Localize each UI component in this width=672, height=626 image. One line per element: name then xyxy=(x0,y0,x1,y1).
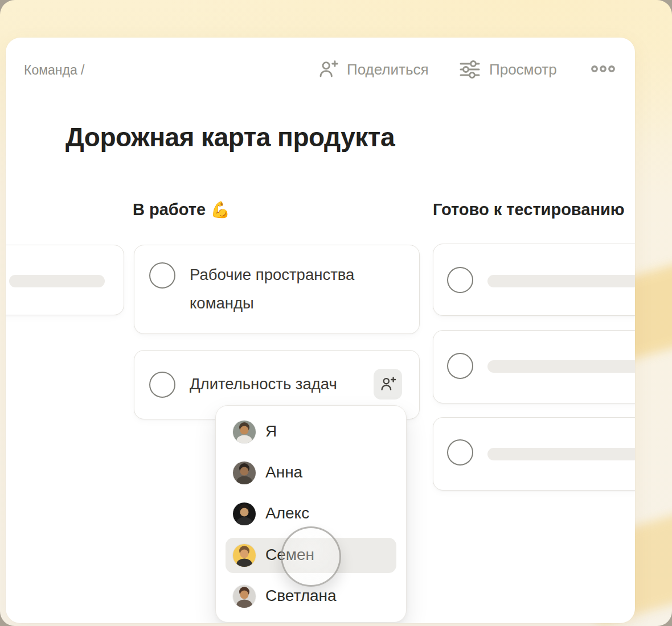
assignee-option-me[interactable]: Я xyxy=(216,414,406,450)
avatar xyxy=(233,462,256,484)
assign-person-button[interactable] xyxy=(374,369,402,400)
screenshot-background: Команда / Поделиться Просмотр Д xyxy=(0,0,672,626)
avatar xyxy=(233,503,256,525)
placeholder-text-bar xyxy=(9,275,105,287)
avatar xyxy=(233,421,256,443)
share-label: Поделиться xyxy=(347,61,429,79)
task-checkbox[interactable] xyxy=(149,262,175,289)
avatar xyxy=(233,544,256,567)
three-dots-icon xyxy=(590,64,616,74)
sliders-icon xyxy=(458,58,482,81)
assignee-dropdown: Я Анна Алекс xyxy=(215,405,407,623)
task-checkbox[interactable] xyxy=(149,372,175,398)
task-checkbox[interactable] xyxy=(447,267,473,293)
assignee-name: Анна xyxy=(265,463,302,481)
document-page: Команда / Поделиться Просмотр Д xyxy=(6,38,635,623)
column-header-in-progress: В работе 💪 xyxy=(133,200,230,219)
view-label: Просмотр xyxy=(489,61,557,79)
assignee-option-semen[interactable]: Семен xyxy=(216,538,406,573)
assignee-name: Алекс xyxy=(265,504,309,522)
assignee-name: Светлана xyxy=(265,587,337,605)
placeholder-text-bar xyxy=(487,448,635,460)
column-header-ready-for-testing: Готово к тестированию xyxy=(433,200,625,219)
assignee-name: Я xyxy=(265,422,277,440)
assignee-name: Семен xyxy=(265,546,314,564)
muscle-emoji: 💪 xyxy=(210,201,230,219)
view-settings-button[interactable]: Просмотр xyxy=(458,58,557,81)
page-title: Дорожная карта продукта xyxy=(65,122,395,153)
breadcrumb[interactable]: Команда / xyxy=(24,63,85,78)
share-button[interactable]: Поделиться xyxy=(317,58,429,81)
task-title: Длительность задач xyxy=(190,370,378,398)
more-menu-button[interactable] xyxy=(590,64,616,74)
task-checkbox[interactable] xyxy=(447,353,473,379)
person-plus-icon xyxy=(379,375,397,393)
task-title: Рабочие пространства команды xyxy=(190,261,412,318)
assignee-option-anna[interactable]: Анна xyxy=(216,455,406,491)
placeholder-text-bar xyxy=(487,275,635,287)
assignee-option-svetlana[interactable]: Светлана xyxy=(216,579,406,614)
placeholder-text-bar xyxy=(487,360,635,373)
assignee-option-alex[interactable]: Алекс xyxy=(216,496,406,532)
task-checkbox[interactable] xyxy=(447,439,473,466)
person-plus-icon xyxy=(317,58,339,81)
avatar xyxy=(233,585,256,608)
